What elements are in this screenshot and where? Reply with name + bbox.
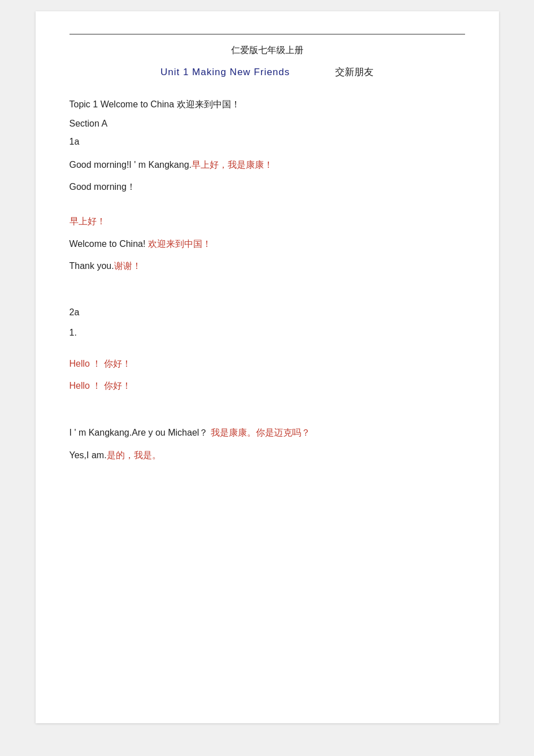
document-page: 仁爱版七年级上册 Unit 1 Making New Friends 交新朋友 … — [36, 11, 499, 723]
dialog-1a-cn-only: 早上好！ — [70, 214, 465, 229]
dialog-2a-cn2: 是的，我是。 — [107, 450, 161, 460]
dialog-1a-en2: Good morning！ — [70, 182, 136, 192]
dialog-1a-line1: Good morning!I ' m Kangkang.早上好，我是康康！ — [70, 157, 465, 172]
topic-line: Topic 1 Welcome to China 欢迎来到中国！ — [70, 99, 465, 111]
dialog-1a-line5: Thank you.谢谢！ — [70, 258, 465, 273]
dialog-2a-en2: Yes,I am. — [70, 450, 107, 460]
dialog-1a-en1: Good morning!I ' m Kangkang. — [70, 160, 192, 170]
spacer-4 — [70, 344, 465, 356]
dialog-1a-line4: Welcome to China! 欢迎来到中国！ — [70, 236, 465, 251]
top-divider — [70, 34, 465, 34]
topic-text: Topic 1 Welcome to China 欢迎来到中国！ — [70, 99, 240, 109]
unit-title-chinese: 交新朋友 — [335, 66, 374, 79]
dialog-1a-en5: Thank you. — [70, 261, 114, 271]
spacer-3 — [70, 293, 465, 305]
dialog-2a-line1: I ' m Kangkang.Are y ou Michael？ 我是康康。你是… — [70, 425, 465, 440]
dialog-2a-line2: Yes,I am.是的，我是。 — [70, 447, 465, 463]
spacer-2 — [70, 280, 465, 293]
dialog-2a-cn1: 我是康康。你是迈克吗？ — [208, 428, 310, 437]
numbered-item-1: 1. — [70, 328, 465, 338]
unit-title-english: Unit 1 Making New Friends — [160, 67, 290, 78]
exercise-2a-label: 2a — [70, 307, 465, 318]
dialog-1a-en4: Welcome to China! — [70, 239, 146, 249]
dialog-1a-cn4: 欢迎来到中国！ — [145, 239, 211, 249]
unit-title-row: Unit 1 Making New Friends 交新朋友 — [70, 66, 465, 79]
dialog-1a-cn5: 谢谢！ — [114, 261, 141, 271]
dialog-2a-en1: I ' m Kangkang.Are y ou Michael？ — [70, 428, 209, 437]
section-label: Section A — [70, 119, 465, 129]
hello-line-2: Hello ！ 你好！ — [70, 378, 465, 393]
book-title: 仁爱版七年级上册 — [70, 45, 465, 57]
spacer-5 — [70, 400, 465, 412]
spacer-6 — [70, 412, 465, 425]
exercise-1a-label: 1a — [70, 137, 465, 147]
dialog-1a-cn1: 早上好，我是康康！ — [192, 160, 273, 170]
dialog-1a-line2: Good morning！ — [70, 179, 465, 194]
spacer-1 — [70, 201, 465, 214]
hello-line-1: Hello ！ 你好！ — [70, 356, 465, 371]
